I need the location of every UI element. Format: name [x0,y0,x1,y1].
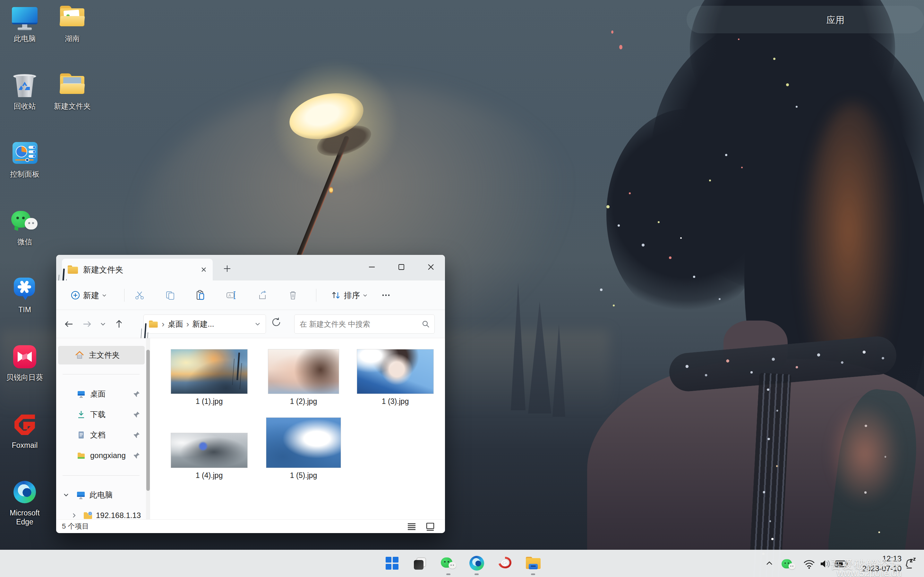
sidebar-item-label: 桌面 [90,389,105,399]
back-button[interactable] [60,315,78,333]
taskbar-red-spiral-app-button[interactable] [497,555,513,572]
sidebar-item-documents[interactable]: 文档 [58,426,145,444]
home-icon [75,350,84,360]
more-options-button[interactable] [377,286,395,304]
file-item[interactable]: 1 (1).jpg [171,349,248,406]
desktop-icon-new-folder[interactable]: 新建文件夹 [49,72,95,111]
close-button[interactable] [421,260,441,274]
desktop-icon-tim[interactable]: TIM [1,276,48,314]
desktop-icon [77,390,86,398]
list-view-icon [407,522,417,531]
search-box[interactable] [294,314,435,334]
share-button[interactable] [254,286,271,304]
share-icon [257,290,268,301]
sidebar-item-this-pc[interactable]: 此电脑 [58,486,145,504]
sidebar-item-label: 此电脑 [89,490,113,500]
breadcrumb-desktop[interactable]: 桌面 [168,319,183,329]
thumbnail-view-button[interactable] [423,522,437,532]
new-tab-button[interactable] [223,264,231,273]
this-pc-icon [10,5,39,33]
forward-button[interactable] [78,315,96,333]
start-button[interactable] [384,555,401,572]
explorer-tab[interactable]: 新建文件夹 [62,259,213,280]
chevron-down-icon[interactable] [63,492,69,498]
file-item[interactable]: 1 (3).jpg [357,349,434,406]
maximize-button[interactable] [392,260,411,274]
search-icon [422,320,430,328]
file-name: 1 (2).jpg [265,397,342,406]
sunlogin-icon [10,343,39,372]
running-indicator [475,574,479,575]
chevron-right-icon[interactable] [71,512,78,519]
address-dropdown-chevron[interactable] [254,321,261,327]
desktop-icon-recycle-bin[interactable]: 回收站 [1,72,48,111]
wechat-icon [10,208,39,236]
new-button[interactable]: 新建 [65,286,113,304]
task-view-icon [412,555,429,572]
file-item[interactable]: 1 (4).jpg [171,433,248,480]
sidebar-item-home[interactable]: 主文件夹 [58,346,145,364]
details-view-button[interactable] [405,522,419,532]
desktop-icon-label: 控制面板 [1,169,48,179]
desktop-icon-label: Microsoft Edge [1,508,48,526]
rename-button[interactable]: A [222,286,240,304]
desktop-icon-sunlogin[interactable]: 贝锐向日葵 [1,343,48,382]
wechat-icon [440,555,457,572]
sort-button[interactable]: 排序 [322,286,376,304]
taskbar-wechat-button[interactable] [440,555,457,572]
file-item[interactable]: 1 (5).jpg [265,417,342,480]
computer-icon [76,490,86,500]
sidebar-scrollbar-thumb[interactable] [146,350,150,491]
up-button[interactable] [110,315,128,333]
edge-icon [469,556,484,571]
svg-text:A: A [228,293,231,298]
chevron-down-icon [102,293,107,298]
breadcrumb-current[interactable]: 新建... [192,319,214,329]
refresh-button[interactable] [270,316,282,329]
tab-close-icon[interactable] [200,266,207,273]
file-item[interactable]: 1 (2).jpg [265,349,342,406]
sidebar-item-gongxiang[interactable]: gongxiang [58,446,145,465]
breadcrumb[interactable]: › 桌面 › 新建... [144,314,266,334]
desktop-icon-foxmail[interactable]: Foxmail [1,411,48,450]
desktop-icon-this-pc[interactable]: 此电脑 [1,5,48,43]
folder-images-icon [57,72,87,100]
breadcrumb-separator: › [162,319,165,329]
copy-button[interactable] [161,286,179,304]
taskbar-edge-button[interactable] [468,555,485,572]
image-thumbnail [171,433,248,468]
file-explorer-icon [525,555,541,572]
recent-locations-chevron[interactable] [96,315,110,333]
sidebar-item-label: gongxiang [90,451,126,460]
document-icon [77,430,86,440]
sort-arrows-icon [330,290,341,301]
task-view-button[interactable] [412,555,429,572]
file-name: 1 (1).jpg [171,397,248,406]
desktop-icon-label: 新建文件夹 [49,102,95,111]
minimize-button[interactable] [362,260,381,274]
red-spiral-app-icon [497,556,513,571]
notification-center-button[interactable] [903,557,918,570]
pin-icon [133,411,140,418]
sidebar-item-desktop[interactable]: 桌面 [58,385,145,403]
sidebar-item-downloads[interactable]: 下载 [58,405,145,424]
explorer-body: 主文件夹 桌面 下载 文档 [56,338,445,519]
desktop-icon-control-panel[interactable]: 控制面板 [1,140,48,179]
control-panel-icon [10,140,39,168]
navigation-pane: 主文件夹 桌面 下载 文档 [56,338,146,519]
taskbar-file-explorer-button[interactable] [525,555,541,572]
pin-icon [133,390,140,398]
item-count: 5 个项目 [62,522,89,531]
desktop-icon-label: 湖南 [49,34,95,43]
cut-button[interactable] [131,286,149,304]
desktop-icon-hunan-folder[interactable]: 湖南 [49,5,95,43]
watermark-line2: www.52pojie.cn [796,568,901,577]
paste-button[interactable] [192,286,210,304]
desktop-icon-wechat[interactable]: 微信 [1,208,48,246]
search-input[interactable] [299,319,422,329]
folder-icon [57,5,87,33]
desktop-icon-edge[interactable]: Microsoft Edge [1,479,48,526]
sort-button-label: 排序 [344,290,360,301]
image-thumbnail [268,349,339,394]
delete-button[interactable] [284,286,302,304]
